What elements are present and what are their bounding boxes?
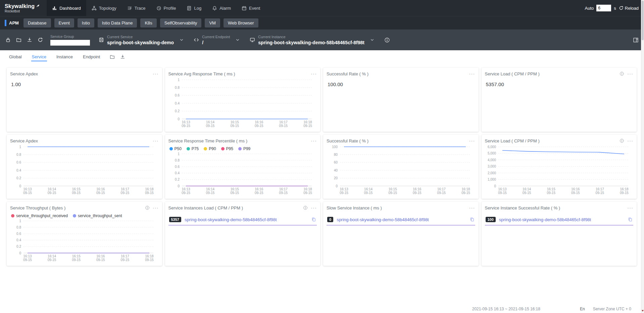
- svg-text:0.6: 0.6: [16, 161, 21, 164]
- legend-item-p90[interactable]: P90: [204, 146, 216, 151]
- nav-item-topology[interactable]: Topology: [86, 0, 122, 16]
- svg-text:09-15: 09-15: [145, 191, 154, 195]
- view-tab-service[interactable]: Service: [27, 50, 51, 63]
- legend-item-service-throughput-sent[interactable]: service_throughput_sent: [73, 213, 122, 218]
- copy-icon[interactable]: [628, 217, 633, 222]
- current-endpoint-label: Current Endpoint: [202, 35, 230, 39]
- info-icon[interactable]: [384, 37, 390, 43]
- service-group-input[interactable]: [50, 40, 90, 46]
- folder-icon[interactable]: [110, 54, 115, 59]
- view-tab-instance[interactable]: Instance: [51, 50, 78, 63]
- legend-item-p75[interactable]: P75: [187, 146, 199, 151]
- more-icon[interactable]: ···: [153, 139, 159, 142]
- dash-tab-event[interactable]: Event: [54, 18, 74, 27]
- legend-item-p50[interactable]: P50: [169, 146, 182, 151]
- copy-icon[interactable]: [470, 217, 475, 222]
- card-service-throughput: Service Throughput ( Bytes )···service_t…: [7, 202, 162, 266]
- value-badge: 5357: [169, 217, 181, 222]
- scrollbar[interactable]: [641, 0, 644, 313]
- view-tab-endpoint[interactable]: Endpoint: [78, 50, 105, 63]
- card-successful-rate-value: Successful Rate ( % )···100.00: [323, 68, 479, 132]
- svg-text:6,000: 6,000: [487, 145, 496, 149]
- panel-toggle-icon[interactable]: [633, 37, 639, 43]
- dash-tab-k8s[interactable]: K8s: [140, 18, 156, 27]
- dash-tab-istio[interactable]: Istio: [78, 18, 94, 27]
- svg-text:16:18: 16:18: [461, 187, 470, 191]
- legend-item-p99[interactable]: P99: [238, 146, 250, 151]
- svg-text:16:14: 16:14: [48, 187, 56, 191]
- dash-tab-vm[interactable]: VM: [205, 18, 220, 27]
- chart-area: 00.20.40.60.8116:1309-1516:1409-1516:150…: [10, 218, 159, 263]
- instance-link[interactable]: spring-boot-skywalking-demo-58b48465cf-8…: [337, 217, 429, 222]
- info-icon[interactable]: [303, 205, 308, 210]
- current-instance-select[interactable]: Current Instance spring-boot-skywalking-…: [250, 35, 374, 45]
- svg-text:09-15: 09-15: [388, 191, 397, 195]
- card-service-avg-response-time: Service Avg Response Time ( ms )···00.20…: [165, 68, 320, 132]
- dash-tab-istio-data-plane[interactable]: Istio Data Plane: [98, 18, 137, 27]
- nav-item-dashboard[interactable]: Dashboard: [47, 0, 86, 16]
- current-endpoint-select[interactable]: Current Endpoint /: [194, 35, 240, 45]
- reload-button[interactable]: Reload: [619, 6, 639, 11]
- svg-text:1: 1: [178, 78, 180, 82]
- current-service-value: spring-boot-skywalking-demo: [107, 40, 174, 45]
- download-icon[interactable]: [120, 54, 125, 59]
- view-tab-icons: [110, 54, 125, 59]
- dash-tab-database[interactable]: Database: [23, 18, 51, 27]
- legend-item-service-throughput-received[interactable]: service_throughput_received: [11, 213, 68, 218]
- view-tabs-row: GlobalServiceInstanceEndpoint: [0, 50, 644, 63]
- card-successful-rate-chart: Successful Rate ( % )···02040608010016:1…: [323, 135, 479, 199]
- legend-label: P95: [226, 146, 233, 151]
- card-header-icons: ···: [153, 72, 159, 75]
- dash-tab-selfobservability[interactable]: SelfObservability: [160, 18, 202, 27]
- folder-icon[interactable]: [16, 37, 21, 43]
- more-icon[interactable]: ···: [153, 206, 159, 209]
- svg-text:0.4: 0.4: [175, 171, 180, 175]
- more-icon[interactable]: ···: [311, 72, 317, 75]
- scrollbar-thumb[interactable]: [642, 1, 644, 40]
- info-icon[interactable]: [620, 71, 624, 76]
- more-icon[interactable]: ···: [627, 206, 633, 209]
- card-header: Service Avg Response Time ( ms )···: [168, 70, 317, 77]
- export-icon[interactable]: [27, 37, 32, 43]
- legend-item-p95[interactable]: P95: [221, 146, 233, 151]
- svg-text:16:18: 16:18: [303, 120, 312, 124]
- svg-text:16:16: 16:16: [571, 187, 580, 191]
- nav-item-event[interactable]: Event: [236, 0, 265, 16]
- card-header-icons: ···: [311, 139, 317, 142]
- dash-tab-apm[interactable]: APM: [5, 20, 20, 26]
- nav-item-label: Profile: [164, 6, 176, 11]
- info-icon[interactable]: [620, 138, 624, 143]
- nav-item-profile[interactable]: Profile: [151, 0, 182, 16]
- lock-icon[interactable]: [5, 37, 11, 43]
- card-header-icons: ···: [469, 206, 475, 209]
- current-service-select[interactable]: Current Service spring-boot-skywalking-d…: [99, 35, 184, 45]
- view-tab-global[interactable]: Global: [4, 50, 27, 63]
- refresh-icon[interactable]: [38, 37, 43, 43]
- logo[interactable]: Skywalking Rocketbot: [0, 0, 47, 16]
- svg-text:16:13: 16:13: [23, 187, 32, 191]
- dash-tab-web-browser[interactable]: Web Browser: [224, 18, 258, 27]
- auto-interval-input[interactable]: [596, 5, 611, 11]
- nav-item-trace[interactable]: Trace: [122, 0, 151, 16]
- more-icon[interactable]: ···: [469, 139, 475, 142]
- copy-icon[interactable]: [311, 217, 316, 222]
- info-icon[interactable]: [145, 205, 150, 210]
- more-icon[interactable]: ···: [311, 139, 317, 142]
- more-icon[interactable]: ···: [469, 206, 475, 209]
- svg-text:16:17: 16:17: [121, 254, 129, 258]
- scrollbar-down-arrow[interactable]: [641, 309, 644, 313]
- svg-text:0: 0: [494, 184, 496, 188]
- card-slow-service-instance: Slow Service Instance ( ms )···0spring-b…: [323, 202, 479, 266]
- instance-link[interactable]: spring-boot-skywalking-demo-58b48465cf-8…: [185, 217, 277, 222]
- current-instance-value: spring-boot-skywalking-demo-58b48465cf-8…: [258, 40, 364, 45]
- nav-item-alarm[interactable]: Alarm: [207, 0, 236, 16]
- more-icon[interactable]: ···: [469, 72, 475, 75]
- logo-title: Skywalking: [5, 3, 35, 9]
- more-icon[interactable]: ···: [627, 139, 633, 142]
- nav-item-log[interactable]: Log: [181, 0, 207, 16]
- language-toggle[interactable]: En: [580, 307, 585, 311]
- instance-link[interactable]: spring-boot-skywalking-demo-58b48465cf-8…: [499, 217, 591, 222]
- more-icon[interactable]: ···: [153, 72, 159, 75]
- more-icon[interactable]: ···: [311, 206, 317, 209]
- more-icon[interactable]: ···: [627, 72, 633, 75]
